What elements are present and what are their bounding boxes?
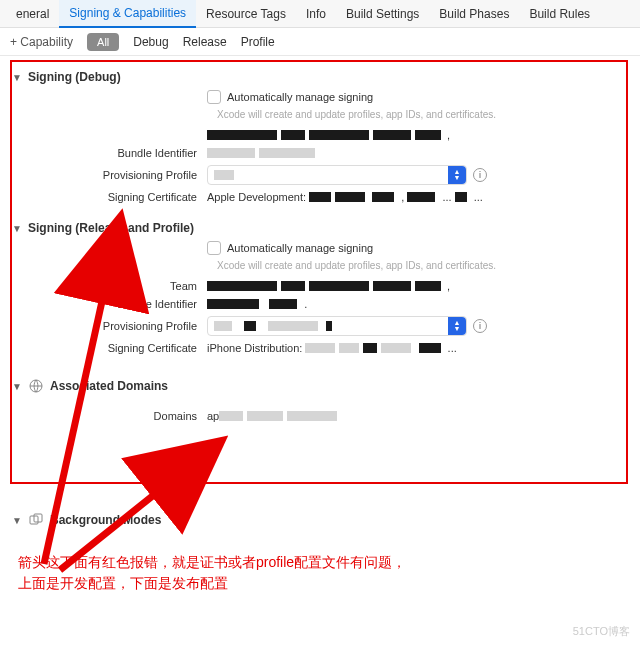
auto-signing-checkbox-release[interactable] xyxy=(207,241,221,255)
auto-signing-label: Automatically manage signing xyxy=(227,91,373,103)
section-title: Background Modes xyxy=(50,513,161,527)
team-label: Team xyxy=(12,280,207,292)
info-icon[interactable]: i xyxy=(473,168,487,182)
capability-subbar: + Capability All Debug Release Profile xyxy=(0,28,640,56)
chevron-down-icon: ▼ xyxy=(12,223,22,234)
tab-build-settings[interactable]: Build Settings xyxy=(336,1,429,27)
watermark: 51CTO博客 xyxy=(573,624,630,639)
globe-icon xyxy=(28,378,44,394)
bundle-id-value-release: . xyxy=(207,298,628,310)
section-title: Signing (Release and Profile) xyxy=(28,221,194,235)
bundle-id-label: Bundle Identifier xyxy=(12,147,207,159)
select-stepper-icon: ▲▼ xyxy=(448,166,466,184)
chevron-down-icon: ▼ xyxy=(12,72,22,83)
tab-signing-capabilities[interactable]: Signing & Capabilities xyxy=(59,0,196,28)
annotation-text: 箭头这下面有红色报错，就是证书或者profile配置文件有问题， 上面是开发配置… xyxy=(18,552,406,594)
signing-cert-value-debug: Apple Development: , ... ... xyxy=(207,191,628,203)
tab-build-rules[interactable]: Build Rules xyxy=(519,1,600,27)
provisioning-select-debug[interactable]: ▲▼ xyxy=(207,165,467,185)
auto-signing-label: Automatically manage signing xyxy=(227,242,373,254)
section-header-assoc-domains[interactable]: ▼ Associated Domains xyxy=(12,372,628,400)
signing-cert-label: Signing Certificate xyxy=(12,342,207,354)
auto-signing-hint: Xcode will create and update profiles, a… xyxy=(217,259,517,272)
provisioning-label: Provisioning Profile xyxy=(12,320,207,332)
provisioning-label: Provisioning Profile xyxy=(12,169,207,181)
tab-info[interactable]: Info xyxy=(296,1,336,27)
tab-general[interactable]: eneral xyxy=(6,1,59,27)
section-title: Signing (Debug) xyxy=(28,70,121,84)
tab-resource-tags[interactable]: Resource Tags xyxy=(196,1,296,27)
auto-signing-hint: Xcode will create and update profiles, a… xyxy=(217,108,517,121)
chevron-down-icon: ▼ xyxy=(12,515,22,526)
background-modes-icon xyxy=(28,512,44,528)
filter-profile[interactable]: Profile xyxy=(241,35,275,49)
signing-cert-value-release: iPhone Distribution: ... xyxy=(207,342,628,354)
signing-cert-label: Signing Certificate xyxy=(12,191,207,203)
filter-release[interactable]: Release xyxy=(183,35,227,49)
info-icon[interactable]: i xyxy=(473,319,487,333)
chevron-down-icon: ▼ xyxy=(12,381,22,392)
section-title: Associated Domains xyxy=(50,379,168,393)
section-associated-domains: ▼ Associated Domains Domains ap xyxy=(12,366,628,434)
filter-debug[interactable]: Debug xyxy=(133,35,168,49)
tab-build-phases[interactable]: Build Phases xyxy=(429,1,519,27)
section-background-modes: ▼ Background Modes xyxy=(12,500,628,540)
filter-all[interactable]: All xyxy=(87,33,119,51)
select-stepper-icon: ▲▼ xyxy=(448,317,466,335)
team-value-release: , xyxy=(207,280,628,292)
section-header-background-modes[interactable]: ▼ Background Modes xyxy=(12,506,628,534)
team-value-debug: , xyxy=(207,129,628,141)
section-header-signing-debug[interactable]: ▼ Signing (Debug) xyxy=(12,64,628,90)
add-capability-button[interactable]: + Capability xyxy=(10,35,73,49)
provisioning-select-release[interactable]: ▲▼ xyxy=(207,316,467,336)
bundle-id-value-debug xyxy=(207,148,628,158)
domains-value: ap xyxy=(207,410,628,422)
domains-label: Domains xyxy=(12,410,207,422)
bundle-id-label: Bundle Identifier xyxy=(12,298,207,310)
section-header-signing-release[interactable]: ▼ Signing (Release and Profile) xyxy=(12,215,628,241)
editor-top-tabs: eneral Signing & Capabilities Resource T… xyxy=(0,0,640,28)
section-signing-release: ▼ Signing (Release and Profile) Automati… xyxy=(12,215,628,354)
section-signing-debug: ▼ Signing (Debug) Automatically manage s… xyxy=(12,64,628,203)
auto-signing-checkbox-debug[interactable] xyxy=(207,90,221,104)
